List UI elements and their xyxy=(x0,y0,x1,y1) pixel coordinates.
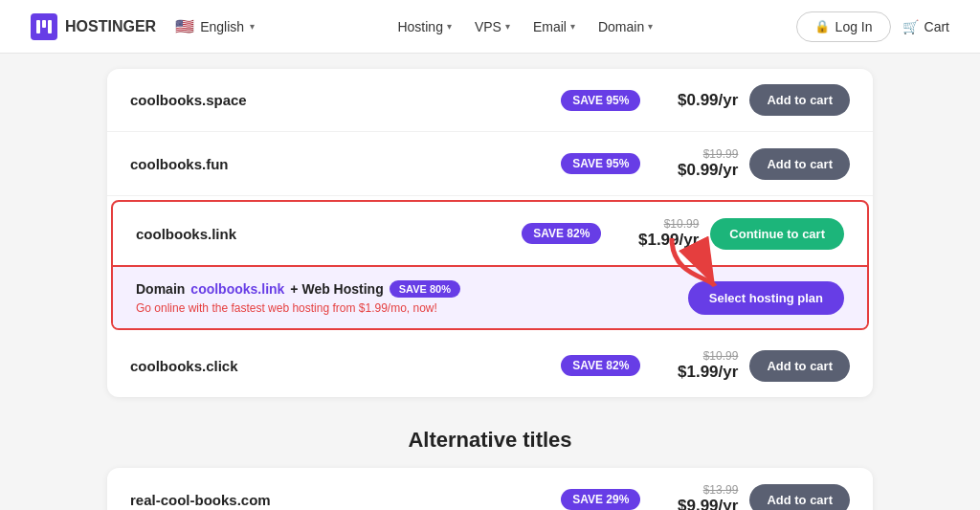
alt-price-0: $13.99 $9.99/yr xyxy=(652,483,738,510)
logo-icon xyxy=(31,13,57,40)
domain-name-link: coolbooks.link xyxy=(136,226,510,242)
svg-rect-0 xyxy=(36,20,40,33)
main-content: coolbooks.space SAVE 95% $0.99/yr Add to… xyxy=(31,54,949,510)
navbar-nav: Hosting ▾ VPS ▾ Email ▾ Domain ▾ xyxy=(397,19,653,34)
new-price-click: $1.99/yr xyxy=(678,363,738,382)
nav-hosting[interactable]: Hosting ▾ xyxy=(397,19,451,34)
login-label: Log In xyxy=(835,19,873,34)
nav-domain[interactable]: Domain ▾ xyxy=(598,19,653,34)
flag-icon: 🇺🇸 xyxy=(175,17,194,35)
domain-chevron-icon: ▾ xyxy=(648,21,653,32)
badge-link: SAVE 82% xyxy=(522,223,601,244)
logo-text: HOSTINGER xyxy=(65,18,156,35)
bundle-row: Domain coolbooks.link + Web Hosting SAVE… xyxy=(113,265,867,328)
domain-row-space: coolbooks.space SAVE 95% $0.99/yr Add to… xyxy=(107,69,873,132)
svg-rect-2 xyxy=(48,20,52,33)
bundle-subtitle: Go online with the fastest web hosting f… xyxy=(136,301,460,315)
nav-hosting-label: Hosting xyxy=(397,19,442,34)
cart-icon: 🛒 xyxy=(902,19,919,34)
bundle-badge: SAVE 80% xyxy=(390,280,460,298)
alt-new-price-0: $9.99/yr xyxy=(678,497,738,510)
alternative-titles-heading: Alternative titles xyxy=(107,428,873,453)
new-price-fun: $0.99/yr xyxy=(678,161,738,180)
nav-email[interactable]: Email ▾ xyxy=(533,19,575,34)
navbar: HOSTINGER 🇺🇸 English ▾ Hosting ▾ VPS ▾ E… xyxy=(0,0,980,54)
badge-fun: SAVE 95% xyxy=(561,153,640,174)
cart-button[interactable]: 🛒 Cart xyxy=(902,19,949,34)
domain-row-link-wrapper: coolbooks.link SAVE 82% $10.99 $1.99/yr … xyxy=(111,200,869,330)
language-selector[interactable]: 🇺🇸 English ▾ xyxy=(175,17,255,35)
add-to-cart-click[interactable]: Add to cart xyxy=(749,350,850,382)
alt-row-real-cool-books: real-cool-books.com SAVE 29% $13.99 $9.9… xyxy=(107,468,873,510)
old-price-fun: $19.99 xyxy=(703,147,739,161)
domain-name-space: coolbooks.space xyxy=(130,92,549,108)
domain-row-fun: coolbooks.fun SAVE 95% $19.99 $0.99/yr A… xyxy=(107,132,873,196)
continue-to-cart-link[interactable]: Continue to cart xyxy=(710,218,844,250)
old-price-click: $10.99 xyxy=(703,349,739,363)
logo[interactable]: HOSTINGER xyxy=(31,13,156,40)
bundle-prefix: Domain xyxy=(136,281,185,297)
domain-row-click: coolbooks.click SAVE 82% $10.99 $1.99/yr… xyxy=(107,334,873,397)
login-button[interactable]: 🔒 Log In xyxy=(796,11,891,42)
alt-domain-name-0: real-cool-books.com xyxy=(130,492,549,508)
price-space: $0.99/yr xyxy=(652,91,738,110)
domain-row-link: coolbooks.link SAVE 82% $10.99 $1.99/yr … xyxy=(113,202,867,265)
email-chevron-icon: ▾ xyxy=(570,21,575,32)
alt-add-to-cart-0[interactable]: Add to cart xyxy=(749,484,850,511)
lang-chevron-icon: ▾ xyxy=(250,21,255,32)
price-fun: $19.99 $0.99/yr xyxy=(652,147,738,180)
bundle-domain-link: coolbooks.link xyxy=(190,281,284,297)
add-to-cart-space[interactable]: Add to cart xyxy=(749,84,850,116)
new-price-space: $0.99/yr xyxy=(678,91,738,110)
hosting-chevron-icon: ▾ xyxy=(447,21,452,32)
bundle-suffix: + Web Hosting xyxy=(290,281,383,297)
nav-email-label: Email xyxy=(533,19,567,34)
domain-results-table: coolbooks.space SAVE 95% $0.99/yr Add to… xyxy=(107,69,873,397)
price-click: $10.99 $1.99/yr xyxy=(652,349,738,382)
bundle-action: Select hosting plan xyxy=(688,281,844,315)
alternative-titles-table: real-cool-books.com SAVE 29% $13.99 $9.9… xyxy=(107,468,873,510)
nav-vps[interactable]: VPS ▾ xyxy=(475,19,510,34)
navbar-right: 🔒 Log In 🛒 Cart xyxy=(796,11,949,42)
cart-label: Cart xyxy=(924,19,949,34)
alt-badge-0: SAVE 29% xyxy=(561,489,640,510)
bundle-title: Domain coolbooks.link + Web Hosting SAVE… xyxy=(136,280,460,298)
red-arrow-icon xyxy=(662,229,729,296)
navbar-left: HOSTINGER 🇺🇸 English ▾ xyxy=(31,13,255,40)
nav-domain-label: Domain xyxy=(598,19,644,34)
add-to-cart-fun[interactable]: Add to cart xyxy=(749,148,850,180)
domain-name-fun: coolbooks.fun xyxy=(130,156,549,172)
alt-old-price-0: $13.99 xyxy=(703,483,739,497)
bundle-info: Domain coolbooks.link + Web Hosting SAVE… xyxy=(136,280,460,315)
badge-space: SAVE 95% xyxy=(561,90,640,111)
language-label: English xyxy=(200,19,244,34)
lock-icon: 🔒 xyxy=(814,19,830,33)
nav-vps-label: VPS xyxy=(475,19,501,34)
domain-name-click: coolbooks.click xyxy=(130,358,549,374)
vps-chevron-icon: ▾ xyxy=(505,21,510,32)
svg-rect-1 xyxy=(42,20,46,28)
badge-click: SAVE 82% xyxy=(561,355,640,376)
